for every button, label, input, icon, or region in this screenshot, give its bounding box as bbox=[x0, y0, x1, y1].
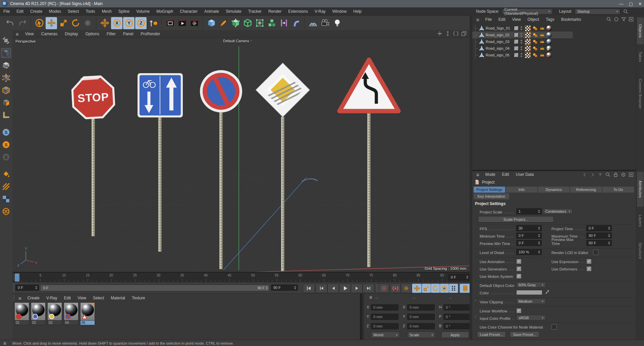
light-icon[interactable] bbox=[331, 17, 343, 29]
menu-spline[interactable]: Spline bbox=[115, 9, 133, 14]
menu-simulate[interactable]: Simulate bbox=[222, 9, 245, 14]
range-handle[interactable] bbox=[266, 286, 268, 290]
vray-tag-icon[interactable] bbox=[539, 26, 545, 31]
menu-character[interactable]: Character bbox=[176, 9, 201, 14]
panel-tab-objects[interactable]: Objects bbox=[637, 17, 644, 44]
coordinate-system-icon[interactable] bbox=[147, 17, 159, 29]
material-tag-icon[interactable] bbox=[546, 26, 552, 31]
size-field[interactable]: 0 mm bbox=[407, 314, 435, 320]
material-label[interactable]: 05 bbox=[80, 320, 95, 325]
project-scale-unit-dropdown[interactable]: Centimeters▾ bbox=[543, 208, 573, 214]
record-keyframe-icon[interactable] bbox=[379, 284, 389, 293]
save-preset-button[interactable]: Save Preset... bbox=[510, 331, 539, 338]
render-picture-viewer-icon[interactable] bbox=[176, 17, 188, 29]
panel-tab-takes[interactable]: Takes bbox=[637, 46, 644, 68]
visibility-dots-icon[interactable] bbox=[521, 46, 522, 50]
tab-info[interactable]: Info bbox=[506, 187, 537, 193]
panel-tab-attributes[interactable]: Attributes bbox=[637, 172, 644, 207]
priority-road-sign[interactable] bbox=[256, 63, 310, 117]
point-mode-icon[interactable] bbox=[1, 73, 11, 83]
scale-tool-icon[interactable] bbox=[58, 17, 69, 29]
use-motion-system-checkbox[interactable]: ✓ bbox=[516, 274, 522, 279]
menu-mesh[interactable]: Mesh bbox=[98, 9, 115, 14]
vray-tag-icon[interactable] bbox=[539, 46, 545, 51]
material-tag-icon[interactable] bbox=[546, 52, 552, 58]
material-thumb-05[interactable]: 05 bbox=[80, 302, 95, 326]
deformer-icon[interactable] bbox=[254, 17, 265, 29]
up-arrow-icon[interactable] bbox=[597, 172, 603, 178]
panel-tab-layers[interactable]: Layers bbox=[637, 209, 644, 233]
next-frame-icon[interactable] bbox=[351, 284, 363, 293]
uvw-tag-icon[interactable] bbox=[525, 39, 531, 45]
panel-grip[interactable] bbox=[13, 283, 15, 292]
material-menu-v-ray[interactable]: V-Ray bbox=[43, 296, 61, 300]
menu-window[interactable]: Window bbox=[329, 9, 350, 14]
back-arrow-icon[interactable] bbox=[582, 172, 588, 178]
object-manager-menu-bookmarks[interactable]: Bookmarks bbox=[558, 17, 585, 22]
render-lod-checkbox[interactable] bbox=[593, 250, 598, 255]
tab-referencing[interactable]: Referencing bbox=[570, 187, 602, 193]
current-frame-field[interactable]: 0 F bbox=[448, 274, 470, 280]
visibility-dots-icon[interactable] bbox=[521, 40, 522, 44]
rotation-field[interactable]: 0 ° bbox=[443, 314, 471, 320]
viewport-menu-view[interactable]: View bbox=[21, 32, 38, 36]
object-row[interactable]: Road_sign_04 bbox=[472, 45, 573, 52]
simulate-icon[interactable] bbox=[290, 17, 302, 29]
visibility-dots-icon[interactable] bbox=[521, 53, 522, 57]
object-manager-menu-object[interactable]: Object bbox=[524, 17, 543, 22]
position-field[interactable]: 0 mm bbox=[371, 314, 398, 320]
maximum-time-field[interactable]: 90 F bbox=[586, 233, 612, 239]
next-key-icon[interactable] bbox=[363, 284, 374, 293]
menu-animate[interactable]: Animate bbox=[201, 9, 222, 14]
object-manager-menu-icon[interactable]: ≡ bbox=[473, 17, 482, 22]
live-selection-icon[interactable] bbox=[34, 17, 45, 29]
no-stopping-sign[interactable] bbox=[200, 70, 242, 112]
viewport-menu-filter[interactable]: Filter bbox=[103, 32, 119, 36]
maximize-icon[interactable] bbox=[461, 31, 467, 37]
edge-mode-icon[interactable] bbox=[1, 85, 11, 95]
model-mode-icon[interactable] bbox=[1, 48, 11, 58]
menu-tracker[interactable]: Tracker bbox=[245, 9, 265, 14]
search-icon[interactable] bbox=[606, 16, 612, 22]
panel-grip[interactable] bbox=[13, 295, 15, 300]
object-name[interactable]: Road_sign_02 bbox=[486, 33, 511, 37]
snap-icon[interactable]: S bbox=[1, 127, 11, 137]
menu-mograph[interactable]: MoGraph bbox=[153, 9, 176, 14]
viewport-menu-icon[interactable]: ≡ bbox=[12, 31, 21, 37]
forward-arrow-icon[interactable] bbox=[590, 172, 595, 178]
expand-chevron-icon[interactable]: › bbox=[475, 315, 476, 318]
uvw-tag-icon[interactable] bbox=[525, 52, 531, 58]
menu-modes[interactable]: Modes bbox=[46, 9, 64, 14]
material-menu-texture[interactable]: Texture bbox=[128, 296, 148, 300]
node-space-dropdown[interactable]: Current (Standard/Physical)▾ bbox=[502, 9, 552, 14]
use-generators-checkbox[interactable]: ✓ bbox=[516, 266, 522, 271]
prev-key-icon[interactable] bbox=[316, 284, 327, 293]
render-view-icon[interactable] bbox=[164, 17, 176, 29]
close-button[interactable]: ✕ bbox=[638, 1, 642, 6]
menu-select[interactable]: Select bbox=[64, 9, 82, 14]
attribute-menu-icon[interactable]: ≡ bbox=[473, 172, 482, 178]
coords-mode-dropdown[interactable]: World▾ bbox=[371, 332, 400, 338]
phong-tag-icon[interactable] bbox=[532, 32, 538, 38]
path-icon[interactable] bbox=[613, 16, 619, 22]
status-menu-icon[interactable]: ≡ bbox=[0, 340, 9, 346]
panel-splitter[interactable] bbox=[470, 15, 472, 340]
material-menu-create[interactable]: Create bbox=[24, 296, 43, 300]
texture-mode-icon[interactable] bbox=[1, 60, 11, 70]
material-menu-select[interactable]: Select bbox=[90, 296, 107, 300]
autokey-icon[interactable] bbox=[390, 284, 401, 293]
object-name[interactable]: Road_sign_05 bbox=[486, 53, 511, 57]
material-tag-icon[interactable] bbox=[546, 46, 552, 51]
mograph-icon[interactable] bbox=[266, 17, 277, 29]
phong-tag-icon[interactable] bbox=[532, 39, 538, 45]
menu-v-ray[interactable]: V-Ray bbox=[311, 9, 329, 14]
sign-poles[interactable] bbox=[92, 110, 371, 271]
size-field[interactable]: 0 mm bbox=[407, 323, 435, 329]
menu-render[interactable]: Render bbox=[265, 9, 285, 14]
rotate-tool-icon[interactable] bbox=[70, 17, 81, 29]
expand-chevron-icon[interactable]: › bbox=[475, 298, 476, 302]
camera-icon[interactable] bbox=[319, 17, 331, 29]
material-label[interactable]: 01 bbox=[14, 320, 29, 325]
tracker-icon[interactable] bbox=[278, 17, 289, 29]
visibility-dots-icon[interactable] bbox=[521, 33, 522, 37]
